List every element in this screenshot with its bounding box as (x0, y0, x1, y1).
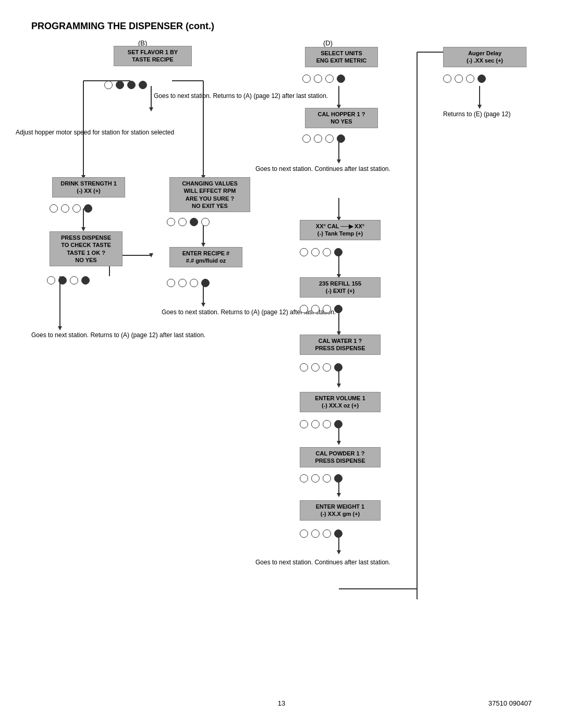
circle (300, 474, 308, 483)
box-d8: ENTER WEIGHT 1 (-) XX.X gm (+) (300, 500, 381, 521)
circle-filled (334, 248, 342, 256)
circle-filled (58, 276, 67, 285)
box-d5: CAL WATER 1 ? PRESS DISPENSE (300, 335, 381, 355)
svg-marker-1 (149, 107, 153, 112)
circle-filled (139, 81, 147, 89)
svg-marker-22 (337, 159, 341, 164)
circle-filled (81, 276, 90, 285)
circle-filled (334, 363, 342, 372)
circle (300, 363, 308, 372)
circle (178, 218, 187, 226)
box-d3: XX° CAL ──▶ XX° (-) Tank Temp (+) (300, 220, 381, 240)
circles-b2 (50, 204, 92, 213)
circle (72, 204, 81, 213)
circles-d6 (300, 420, 342, 428)
circle (70, 276, 78, 285)
page-title: PROGRAMMING THE DISPENSER (cont.) (31, 21, 532, 32)
circle (300, 529, 308, 538)
svg-marker-9 (81, 227, 85, 231)
svg-marker-36 (337, 550, 341, 554)
circle (300, 420, 308, 428)
svg-marker-11 (58, 326, 62, 330)
circles-d8 (300, 529, 342, 538)
circle (201, 218, 210, 226)
svg-marker-34 (337, 493, 341, 497)
circle-filled (334, 305, 342, 313)
circles-d5 (300, 363, 342, 372)
circle (302, 134, 311, 143)
svg-marker-30 (337, 384, 341, 388)
circle (302, 75, 311, 83)
circles-b1 (104, 81, 147, 89)
circle-filled (478, 75, 486, 83)
circles-e1 (443, 75, 486, 83)
circle (314, 75, 322, 83)
circle (455, 75, 463, 83)
box-b4: CHANGING VALUES WILL EFFECT RPM ARE YOU … (169, 177, 250, 212)
box-d2: CAL HOPPER 1 ? NO YES (305, 108, 378, 128)
circle (323, 474, 331, 483)
circle (178, 279, 187, 287)
circle (311, 305, 320, 313)
doc-number: 37510 090407 (488, 699, 532, 707)
box-d7: CAL POWDER 1 ? PRESS DISPENSE (300, 447, 381, 467)
circles-b3 (47, 276, 90, 285)
circles-d3 (300, 248, 342, 256)
circle (325, 134, 334, 143)
note-b-next: Goes to next station. Returns to (A) (pa… (154, 91, 328, 101)
circle-filled (337, 134, 345, 143)
box-d1: SELECT UNITS ENG EXIT METRIC (305, 47, 378, 67)
circle (300, 248, 308, 256)
circle (323, 248, 331, 256)
note-b-hopper: Adjust hopper motor speed for station fo… (16, 128, 174, 137)
svg-marker-16 (201, 243, 205, 247)
box-b5: ENTER RECIPE # #.# gm/fluid oz (169, 247, 242, 267)
circle (311, 529, 320, 538)
circles-d7 (300, 474, 342, 483)
svg-marker-14 (149, 253, 153, 257)
note-b2-left: Goes to next station. Returns to (A) (pa… (31, 330, 205, 340)
note-d2: Goes to next station. Continues after la… (255, 558, 390, 567)
box-e1: Auger Delay (-) .XX sec (+) (443, 47, 527, 67)
box-d6: ENTER VOLUME 1 (-) XX.X oz (+) (300, 392, 381, 412)
circle-filled (116, 81, 124, 89)
circle (325, 75, 334, 83)
circle (323, 305, 331, 313)
circle (311, 363, 320, 372)
circle-filled (334, 529, 342, 538)
circle-filled (84, 204, 92, 213)
circle (323, 363, 331, 372)
note-e1: Returns to (E) (page 12) (443, 109, 510, 119)
circles-d4 (300, 305, 342, 313)
circle-filled (127, 81, 136, 89)
circle (190, 279, 198, 287)
circle (167, 279, 175, 287)
circle-filled (201, 279, 210, 287)
circle (300, 305, 308, 313)
page-number: 13 (278, 699, 285, 707)
box-b1: SET FLAVOR 1 BY TASTE RECIPE (114, 46, 192, 66)
box-b2: DRINK STRENGTH 1 (-) XX (+) (52, 177, 125, 198)
circles-b5 (167, 279, 210, 287)
section-d-label: (D) (323, 39, 333, 47)
circle (323, 529, 331, 538)
page: PROGRAMMING THE DISPENSER (cont.) (0, 0, 563, 728)
circle (443, 75, 451, 83)
circle (311, 248, 320, 256)
circle (466, 75, 474, 83)
svg-marker-32 (337, 441, 341, 445)
svg-marker-40 (478, 105, 482, 109)
svg-marker-18 (201, 303, 205, 307)
circle (311, 474, 320, 483)
circle (47, 276, 55, 285)
circle (61, 204, 69, 213)
circle-filled (334, 420, 342, 428)
box-b3: PRESS DISPENSE TO CHECK TASTE TASTE 1 OK… (50, 231, 123, 266)
circle-filled (334, 474, 342, 483)
note-d1: Goes to next station. Continues after la… (255, 164, 390, 174)
circle (314, 134, 322, 143)
circles-d2 (302, 134, 345, 143)
circle-filled (337, 75, 345, 83)
circle (104, 81, 113, 89)
circle (50, 204, 58, 213)
